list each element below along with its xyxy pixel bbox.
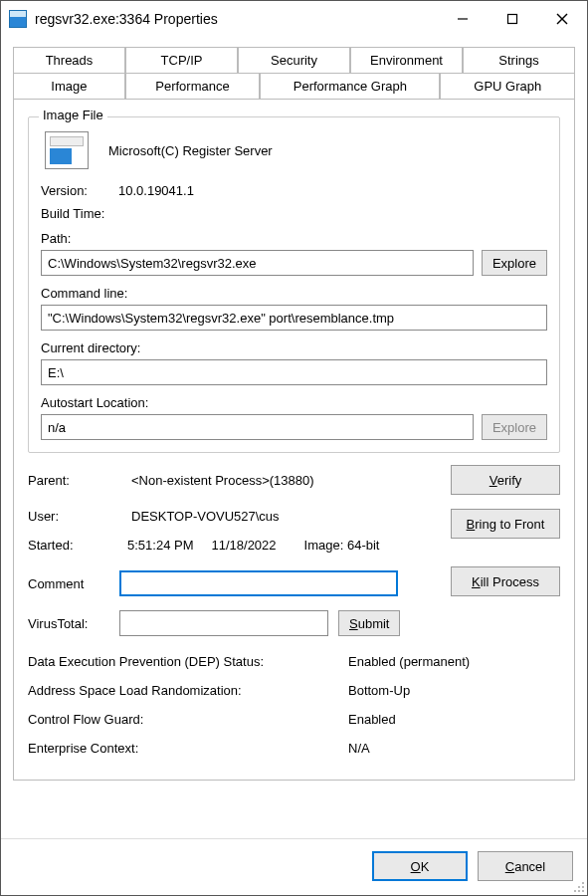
build-time-label: Build Time: <box>41 206 118 221</box>
dep-value: Enabled (permanent) <box>348 654 470 669</box>
user-value: DESKTOP-VOVU527\cus <box>131 509 431 524</box>
tab-performance-graph[interactable]: Performance Graph <box>260 74 440 100</box>
file-description-row: Microsoft(C) Register Server <box>41 131 547 169</box>
maximize-icon <box>506 13 518 25</box>
enterprise-label: Enterprise Context: <box>28 741 348 756</box>
tab-gpu-graph[interactable]: GPU Graph <box>440 74 575 100</box>
tab-control: Threads TCP/IP Security Environment Stri… <box>13 47 575 782</box>
dialog-footer: OK Cancel <box>1 838 587 895</box>
tab-performance[interactable]: Performance <box>125 74 261 100</box>
properties-window: regsvr32.exe:3364 Properties Threads TCP… <box>0 0 588 896</box>
cfg-row: Control Flow Guard: Enabled <box>28 712 560 727</box>
tab-strings[interactable]: Strings <box>463 47 575 74</box>
virustotal-input[interactable] <box>119 610 328 636</box>
virustotal-label: VirusTotal: <box>28 616 109 631</box>
aslr-row: Address Space Load Randomization: Bottom… <box>28 683 560 698</box>
file-description: Microsoft(C) Register Server <box>108 143 273 158</box>
app-icon <box>9 10 27 28</box>
comment-label: Comment <box>28 576 109 591</box>
security-list: Data Execution Prevention (DEP) Status: … <box>28 654 560 756</box>
titlebar-buttons <box>438 1 587 37</box>
started-date: 11/18/2022 <box>212 538 277 553</box>
cfg-label: Control Flow Guard: <box>28 712 348 727</box>
parent-value: <Non-existent Process>(13880) <box>131 473 431 488</box>
maximize-button[interactable] <box>488 1 537 37</box>
svg-rect-1 <box>508 15 517 24</box>
started-label: Started: <box>28 538 109 553</box>
window-title: regsvr32.exe:3364 Properties <box>35 11 438 27</box>
version-row: Version: 10.0.19041.1 <box>41 183 547 198</box>
image-bits: Image: 64-bit <box>304 538 380 553</box>
bring-to-front-button[interactable]: Bring to Front <box>451 509 560 539</box>
aslr-value: Bottom-Up <box>348 683 410 698</box>
close-button[interactable] <box>537 1 587 37</box>
enterprise-value: N/A <box>348 741 370 756</box>
cmdline-input[interactable] <box>41 305 547 331</box>
comment-input[interactable] <box>119 570 398 596</box>
enterprise-row: Enterprise Context: N/A <box>28 741 560 756</box>
kill-process-button[interactable]: Kill Process <box>451 566 560 596</box>
version-value: 10.0.19041.1 <box>118 183 194 198</box>
details-grid: Parent: <Non-existent Process>(13880) Ve… <box>28 465 560 596</box>
path-label: Path: <box>41 231 547 246</box>
dep-row: Data Execution Prevention (DEP) Status: … <box>28 654 560 669</box>
resize-grip-icon[interactable] <box>573 881 585 893</box>
path-input[interactable] <box>41 250 474 276</box>
explore-path-button[interactable]: Explore <box>482 250 547 276</box>
tab-image[interactable]: Image <box>13 74 125 100</box>
cwd-input[interactable] <box>41 359 547 385</box>
close-icon <box>556 13 568 25</box>
user-label: User: <box>28 509 121 524</box>
image-file-legend: Image File <box>39 108 107 122</box>
autostart-label: Autostart Location: <box>41 395 547 410</box>
started-row: Started: 5:51:24 PM 11/18/2022 Image: 64… <box>28 538 431 553</box>
build-time-row: Build Time: <box>41 206 547 221</box>
version-label: Version: <box>41 183 118 198</box>
tab-environment[interactable]: Environment <box>350 47 463 74</box>
tab-tcpip[interactable]: TCP/IP <box>125 47 238 74</box>
cwd-group: Current directory: <box>41 340 547 385</box>
tab-row-1: Threads TCP/IP Security Environment Stri… <box>13 47 575 74</box>
submit-button[interactable]: Submit <box>338 610 400 636</box>
minimize-button[interactable] <box>438 1 488 37</box>
aslr-label: Address Space Load Randomization: <box>28 683 348 698</box>
cancel-button[interactable]: Cancel <box>478 851 573 881</box>
cwd-label: Current directory: <box>41 340 547 355</box>
minimize-icon <box>457 13 469 25</box>
verify-button[interactable]: Verify <box>451 465 560 495</box>
parent-label: Parent: <box>28 473 121 488</box>
tab-security[interactable]: Security <box>238 47 350 74</box>
ok-button[interactable]: OK <box>372 851 468 881</box>
cmdline-group: Command line: <box>41 286 547 331</box>
explore-autostart-button: Explore <box>482 414 547 440</box>
path-group: Path: Explore <box>41 231 547 276</box>
dep-label: Data Execution Prevention (DEP) Status: <box>28 654 348 669</box>
tab-pane-image: Image File Microsoft(C) Register Server … <box>13 99 575 781</box>
cmdline-label: Command line: <box>41 286 547 301</box>
virustotal-row: VirusTotal: Submit <box>28 610 560 636</box>
comment-row: Comment <box>28 570 431 596</box>
cfg-value: Enabled <box>348 712 396 727</box>
image-file-group: Image File Microsoft(C) Register Server … <box>28 116 560 453</box>
titlebar: regsvr32.exe:3364 Properties <box>1 1 587 37</box>
autostart-input[interactable] <box>41 414 474 440</box>
tab-row-2: Image Performance Performance Graph GPU … <box>13 74 575 100</box>
autostart-group: Autostart Location: Explore <box>41 395 547 440</box>
tab-threads[interactable]: Threads <box>13 47 125 74</box>
started-time: 5:51:24 PM <box>127 538 194 553</box>
executable-icon <box>45 131 89 169</box>
content-area: Threads TCP/IP Security Environment Stri… <box>1 37 587 838</box>
